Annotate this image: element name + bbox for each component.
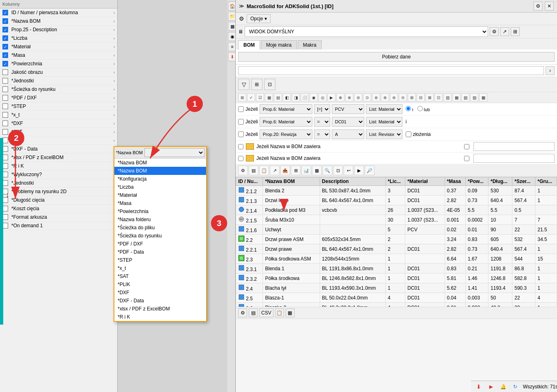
settings-button[interactable]: ⚙ — [533, 2, 542, 11]
col-header-7[interactable]: *Dług... — [488, 177, 512, 186]
grid-icon[interactable]: ⊞ — [251, 79, 262, 90]
big-toolbar-icon-7[interactable]: ⬜ — [301, 93, 309, 101]
col-header-2[interactable]: Description — [320, 177, 385, 186]
left-col-item-13[interactable]: *DXF› — [0, 119, 117, 128]
action-icon-9[interactable]: ⊡ — [333, 166, 343, 175]
left-col-item-12[interactable]: *x_t› — [0, 111, 117, 119]
table-row[interactable]: 2.1.2Blenda 2BL 530.0x87.4x1.0mm3DC010.3… — [236, 186, 557, 196]
dropdown-item-5[interactable]: *Masa — [114, 199, 206, 207]
col-checkbox-1[interactable] — [2, 18, 8, 24]
left-col-item-4[interactable]: *Materiał› — [0, 43, 117, 51]
left-col-item-25[interactable]: *On demand 1› — [0, 222, 117, 230]
big-toolbar-icon-3[interactable]: ▦ — [265, 93, 273, 101]
col-checkbox-23[interactable] — [2, 206, 8, 211]
options-gear-icon[interactable]: ⚙ — [239, 15, 244, 22]
bottom-settings-icon[interactable]: ⚙ — [238, 308, 247, 317]
big-toolbar-icon-11[interactable]: ⊕ — [336, 93, 344, 101]
filter1-radio-i[interactable] — [406, 106, 411, 111]
dropdown-item-9[interactable]: *Ścieżka do rysunku — [114, 232, 206, 240]
col-checkbox-4[interactable] — [2, 44, 8, 50]
filter3-extra-checkbox[interactable] — [406, 131, 411, 137]
col-header-4[interactable]: *Materiał — [405, 177, 445, 186]
col-header-3[interactable]: *Lic... — [385, 177, 405, 186]
view-export-icon[interactable]: ↗ — [500, 27, 509, 36]
big-toolbar-icon-5[interactable]: ◧ — [283, 93, 291, 101]
col-header-5[interactable]: *Masa — [445, 177, 465, 186]
col-checkbox-20[interactable] — [2, 180, 8, 186]
bom-filter1-input[interactable] — [473, 142, 555, 151]
col-checkbox-16[interactable] — [2, 146, 8, 152]
view-select[interactable]: WIDOK DOMYŚLNY — [245, 26, 488, 37]
table-row[interactable]: 2.1.3Drzwi leweBL 640.4x567.4x1.0mm1DC01… — [236, 196, 557, 205]
col-checkbox-5[interactable] — [2, 52, 8, 58]
view-settings-icon[interactable]: ⚙ — [490, 27, 499, 36]
big-toolbar-icon-2[interactable]: ☑ — [256, 93, 264, 101]
filter2-checkbox[interactable] — [238, 119, 244, 125]
expand-icon[interactable]: ≫ — [239, 3, 244, 9]
bottom-table3-icon[interactable]: ▦ — [286, 308, 295, 317]
fetch-button[interactable]: Pobierz dane — [238, 52, 555, 62]
filter1-list[interactable]: List: Materiał — [366, 104, 402, 114]
big-toolbar-icon-18[interactable]: ⊝ — [399, 93, 407, 101]
status-yt-icon[interactable]: ▶ — [486, 382, 495, 391]
action-icon-6[interactable]: 📊 — [301, 166, 311, 175]
dropdown-item-14[interactable]: *SAT — [114, 272, 206, 280]
table-row[interactable]: 2.5Blasza-1BL 50.0x22.0x4.0mm4DC010.040.… — [236, 293, 557, 303]
left-col-item-8[interactable]: *Jednostki› — [0, 77, 117, 85]
bom-filter2-input[interactable] — [473, 154, 555, 163]
big-toolbar-icon-8[interactable]: ◉ — [310, 93, 318, 101]
big-toolbar-icon-10[interactable]: ▶ — [327, 93, 335, 101]
dropdown-item-12[interactable]: *STEP — [114, 256, 206, 264]
filter2-list[interactable]: List: Materiał — [366, 117, 402, 127]
tab-moje-makra[interactable]: Moje makra — [261, 40, 297, 50]
left-col-item-22[interactable]: *Długość cięcia› — [0, 196, 117, 205]
table-row[interactable]: 2.1.6Uchwyt5PCV0.020.01902221.5 — [236, 225, 557, 235]
filter1-value[interactable]: PCV — [332, 104, 364, 114]
action-icon-4[interactable]: 📤 — [280, 166, 290, 175]
filter2-value[interactable]: DC01 — [332, 117, 364, 127]
big-toolbar-icon-26[interactable]: ▨ — [470, 93, 478, 101]
col-checkbox-13[interactable] — [2, 121, 8, 126]
big-toolbar-icon-0[interactable]: ⊞ — [238, 93, 246, 101]
dropdown-item-18[interactable]: *xlsx / PDF z ExcelBOM — [114, 305, 206, 313]
col-checkbox-0[interactable] — [2, 10, 8, 15]
action-icon-3[interactable]: ↗ — [270, 166, 280, 175]
dropdown-item-17[interactable]: *DXF - Data — [114, 297, 206, 305]
left-col-item-1[interactable]: *Nazwa BOM› — [0, 17, 117, 26]
big-toolbar-icon-14[interactable]: ⊙ — [363, 93, 371, 101]
tab-makra[interactable]: Makra — [298, 40, 322, 50]
bom-filter1-checkbox[interactable] — [238, 144, 243, 149]
left-col-item-7[interactable]: Jakość obrazu› — [0, 68, 117, 77]
col-checkbox-8[interactable] — [2, 78, 8, 84]
status-arrow-icon[interactable]: ⬇ — [474, 382, 483, 391]
filter3-list[interactable]: List: Revision — [366, 129, 402, 139]
col-checkbox-24[interactable] — [2, 214, 8, 220]
big-toolbar-icon-16[interactable]: ⊛ — [381, 93, 389, 101]
dropdown-item-19[interactable]: *R i K — [114, 313, 206, 321]
filter3-prop[interactable]: Prop.20: Rewizja — [260, 129, 312, 139]
col-checkbox-2[interactable] — [2, 27, 8, 32]
col-header-6[interactable]: *Pow... — [466, 177, 488, 186]
bom-filter2-right-checkbox[interactable] — [464, 156, 469, 161]
col-checkbox-14[interactable] — [2, 129, 8, 135]
big-toolbar-icon-6[interactable]: ◨ — [292, 93, 300, 101]
action-icon-10[interactable]: ↩ — [344, 166, 353, 175]
view-extra-icon[interactable]: ⊞ — [511, 27, 520, 36]
filter1-prop[interactable]: Prop.6: Materiał — [260, 104, 312, 114]
action-icon-5[interactable]: ⊞ — [291, 166, 301, 175]
col-checkbox-10[interactable] — [2, 95, 8, 101]
left-col-item-0[interactable]: ID / Numer / pierwsza kolumna› — [0, 9, 117, 17]
big-toolbar-icon-15[interactable]: ⊚ — [372, 93, 380, 101]
dropdown-item-2[interactable]: *Konfiguracja — [114, 175, 206, 183]
table-row[interactable]: 2.3.2Półka środkowaBL 1246.8x582.8x1.0mm… — [236, 274, 557, 283]
left-col-item-19[interactable]: *Wykluczony?› — [0, 170, 117, 179]
dropdown-item-15[interactable]: *PLIK — [114, 280, 206, 289]
status-sync-icon[interactable]: ↻ — [511, 382, 520, 391]
left-col-item-6[interactable]: *Powierzchnia› — [0, 60, 117, 68]
action-icon-12[interactable]: 🔎 — [365, 166, 374, 175]
col-header-0[interactable]: ID / Nu... — [236, 177, 263, 186]
left-col-item-16[interactable]: *DXF - Data› — [0, 145, 117, 153]
col-checkbox-3[interactable] — [2, 35, 8, 41]
table2-icon[interactable]: ⊡ — [264, 79, 275, 90]
options-button[interactable]: Opcje ▾ — [247, 14, 271, 23]
